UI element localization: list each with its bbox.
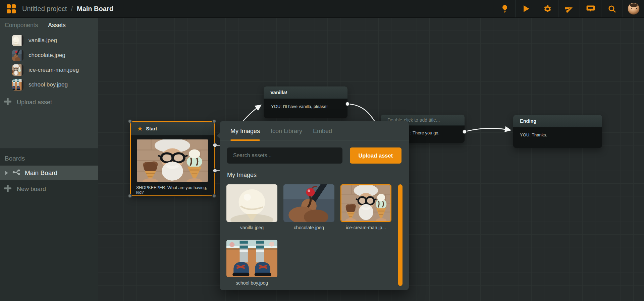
section-title-my-images: My Images xyxy=(227,172,409,179)
node-start-dialogue[interactable]: SHOPKEEPER: What are you having, kid? xyxy=(136,185,209,195)
play-icon xyxy=(523,5,530,13)
sidebar-asset-ice-cream-man[interactable]: ice-cream-man.jpeg xyxy=(0,63,98,77)
asset-card-vanilla[interactable]: vanilla.jpeg xyxy=(226,184,277,230)
vanilla-thumbnail[interactable] xyxy=(226,184,277,222)
node-title: Start xyxy=(146,126,157,131)
tab-my-images[interactable]: My Images xyxy=(230,128,260,140)
asset-label: chocolate.jpeg xyxy=(29,52,65,59)
star-icon xyxy=(138,125,142,132)
plus-icon xyxy=(4,98,11,107)
asset-card-label: ice-cream-man.jp... xyxy=(340,225,391,230)
node-title: Ending xyxy=(520,118,536,124)
ice-cream-man-thumbnail xyxy=(12,64,23,76)
asset-picker-modal: My Images Icon Library Embed Upload asse… xyxy=(220,121,409,290)
asset-label: vanilla.jpeg xyxy=(29,37,57,44)
search-button[interactable] xyxy=(601,0,623,17)
resize-handle-bottom-right[interactable] xyxy=(212,194,216,198)
sidebar-boards-panel: Boards Main Board New board xyxy=(0,148,98,301)
search-row: Upload asset xyxy=(227,147,401,164)
asset-card-label: school boy.jpeg xyxy=(226,280,277,286)
hint-button[interactable] xyxy=(494,0,515,17)
app-logo-grid-icon[interactable] xyxy=(7,4,15,13)
node-ending-header[interactable]: Ending xyxy=(513,115,602,127)
tab-components[interactable]: Components xyxy=(5,22,38,29)
asset-card-label: vanilla.jpeg xyxy=(226,225,277,230)
node-ending[interactable]: Ending YOU: Thanks. xyxy=(513,115,602,148)
node-ending-dialogue[interactable]: YOU: Thanks. xyxy=(513,127,602,143)
tab-assets[interactable]: Assets xyxy=(48,22,66,29)
node-vanilla-header[interactable]: Vanilla! xyxy=(264,86,347,99)
upload-asset-button[interactable]: Upload asset xyxy=(0,95,98,110)
asset-picker-tabs: My Images Icon Library Embed xyxy=(220,121,409,140)
new-board-button[interactable]: New board xyxy=(0,182,98,196)
school-boy-thumbnail xyxy=(12,79,23,91)
avatar[interactable] xyxy=(628,3,640,15)
play-button[interactable] xyxy=(515,0,537,17)
asset-grid: vanilla.jpeg chocolate.jpeg ice-cream-ma… xyxy=(226,184,401,286)
search-icon xyxy=(608,5,616,13)
asset-label: school boy.jpeg xyxy=(29,81,68,88)
lightbulb-icon xyxy=(501,4,509,13)
ice-cream-man-thumbnail-selected[interactable] xyxy=(340,184,391,222)
topbar: Untitled project / Main Board xyxy=(0,0,644,18)
node-start-image[interactable] xyxy=(137,139,208,182)
comments-button[interactable] xyxy=(580,0,601,17)
app-window: Untitled project / Main Board xyxy=(0,0,644,301)
node-start[interactable]: Start SHOPKEEPER: What are you having, k… xyxy=(130,121,215,196)
sidebar: Components Assets vanilla.jpeg chocolate… xyxy=(0,18,98,301)
account-button[interactable] xyxy=(623,0,644,17)
node-vanilla[interactable]: Vanilla! YOU: I'll have vanilla, please! xyxy=(264,86,347,118)
asset-card-label: chocolate.jpeg xyxy=(283,225,334,230)
school-boy-thumbnail[interactable] xyxy=(226,240,277,277)
asset-card-chocolate[interactable]: chocolate.jpeg xyxy=(283,184,334,230)
chocolate-thumbnail xyxy=(12,50,23,61)
resize-handle-bottom-left[interactable] xyxy=(128,194,132,198)
comments-icon xyxy=(586,5,595,13)
sidebar-item-main-board[interactable]: Main Board xyxy=(0,166,98,180)
vanilla-thumbnail xyxy=(12,35,23,46)
chocolate-thumbnail[interactable] xyxy=(283,184,334,222)
breadcrumb-separator: / xyxy=(71,5,73,13)
breadcrumb: Untitled project / Main Board xyxy=(22,5,113,13)
board-label: Main Board xyxy=(25,169,57,177)
modal-scrollbar[interactable] xyxy=(398,184,402,286)
asset-card-school-boy[interactable]: school boy.jpeg xyxy=(226,240,277,286)
node-start-header[interactable]: Start xyxy=(131,122,214,135)
tab-embed[interactable]: Embed xyxy=(313,128,332,140)
tab-icon-library[interactable]: Icon Library xyxy=(271,128,302,140)
sidebar-asset-school-boy[interactable]: school boy.jpeg xyxy=(0,77,98,92)
search-input[interactable] xyxy=(227,147,342,164)
sidebar-asset-chocolate[interactable]: chocolate.jpeg xyxy=(0,48,98,63)
settings-button[interactable] xyxy=(537,0,558,17)
asset-card-ice-cream-man[interactable]: ice-cream-man.jp... xyxy=(340,184,391,230)
board-graph-icon xyxy=(12,168,21,178)
paper-plane-icon xyxy=(565,5,573,13)
project-name[interactable]: Untitled project xyxy=(22,5,67,13)
topbar-actions xyxy=(494,0,644,17)
plus-icon xyxy=(4,185,11,194)
gear-icon xyxy=(543,5,552,13)
boards-header: Boards xyxy=(0,149,98,166)
resize-handle-top-right[interactable] xyxy=(212,119,216,123)
node-vanilla-dialogue[interactable]: YOU: I'll have vanilla, please! xyxy=(264,99,347,114)
caret-right-icon[interactable] xyxy=(5,171,8,175)
board-name: Main Board xyxy=(77,5,113,13)
upload-asset-button-modal[interactable]: Upload asset xyxy=(350,147,401,164)
sidebar-asset-vanilla[interactable]: vanilla.jpeg xyxy=(0,33,98,48)
sidebar-assets-panel: Components Assets vanilla.jpeg chocolate… xyxy=(0,18,98,148)
new-board-label: New board xyxy=(17,186,46,193)
node-title: Vanilla! xyxy=(270,90,287,95)
asset-label: ice-cream-man.jpeg xyxy=(29,67,79,73)
resize-handle-top-left[interactable] xyxy=(128,119,132,123)
upload-asset-label: Upload asset xyxy=(17,99,52,106)
sidebar-tabs: Components Assets xyxy=(0,18,98,33)
publish-button[interactable] xyxy=(558,0,580,17)
